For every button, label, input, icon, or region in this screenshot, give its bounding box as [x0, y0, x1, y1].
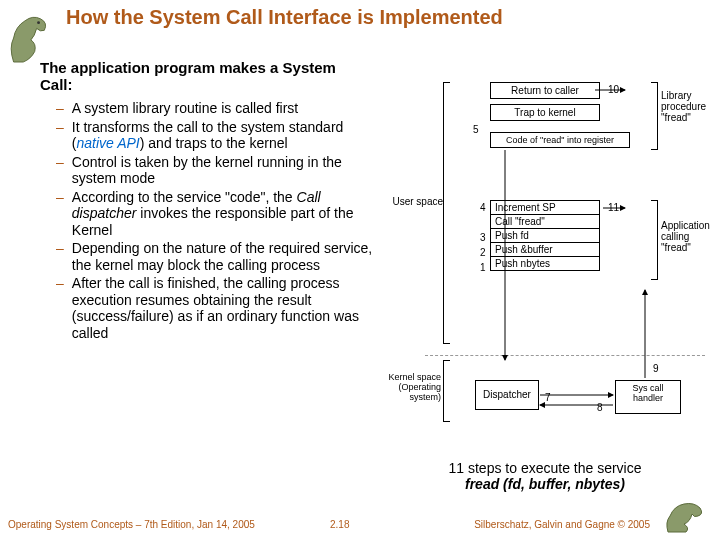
bullet-dash: –: [56, 100, 64, 117]
step-8: 8: [597, 402, 603, 413]
bullet-item: –A system library routine is called firs…: [56, 100, 386, 117]
step-11: 11: [608, 202, 619, 213]
bullet-text: Depending on the nature of the required …: [72, 240, 386, 273]
bullet-item: –Control is taken by the kernel running …: [56, 154, 386, 187]
bullet-text: It transforms the call to the system sta…: [72, 119, 386, 152]
box-code: Code of "read" into register: [490, 132, 630, 148]
bullet-item: –It transforms the call to the system st…: [56, 119, 386, 152]
label-lib: Library procedure "fread": [661, 90, 715, 123]
bullet-item: –Depending on the nature of the required…: [56, 240, 386, 273]
bullet-dash: –: [56, 240, 64, 273]
kernel-divider: [425, 355, 705, 356]
bullet-item: –After the call is finished, the calling…: [56, 275, 386, 341]
slide-title: How the System Call Interface is Impleme…: [66, 6, 503, 29]
stack-row: Call "fread": [490, 215, 600, 229]
step-10: 10: [608, 84, 619, 95]
bullet-dash: –: [56, 154, 64, 187]
stack-row: Increment SP: [490, 200, 600, 215]
box-return: Return to caller: [490, 82, 600, 99]
syscall-diagram: Return to caller Trap to kernel Code of …: [395, 60, 715, 450]
stack-num: 4: [480, 202, 486, 213]
footer-left: Operating System Concepts – 7th Edition,…: [8, 519, 255, 530]
footer-mid: 2.18: [330, 519, 349, 530]
bullet-dash: –: [56, 189, 64, 239]
stack-row: Push &buffer: [490, 243, 600, 257]
caption: 11 steps to execute the service fread (f…: [395, 460, 695, 492]
box-dispatcher: Dispatcher: [475, 380, 539, 410]
dinosaur-small-icon: [662, 496, 712, 534]
bracket-user: [443, 82, 450, 344]
stack-num: 2: [480, 247, 486, 258]
bullet-text: According to the service "code", the Cal…: [72, 189, 386, 239]
bullet-dash: –: [56, 275, 64, 341]
footer-right: Silberschatz, Galvin and Gagne © 2005: [474, 519, 650, 530]
step-5: 5: [473, 124, 479, 135]
label-app: Application calling "fread": [661, 220, 715, 253]
bullet-text: A system library routine is called first: [72, 100, 298, 117]
box-trap: Trap to kernel: [490, 104, 600, 121]
caption-line: 11 steps to execute the service: [395, 460, 695, 476]
stack-num: 3: [480, 232, 486, 243]
lead-text: The application program makes a System C…: [40, 60, 340, 93]
bracket-app: [651, 200, 658, 280]
label-user: User space: [391, 196, 443, 207]
bullet-dash: –: [56, 119, 64, 152]
step-9: 9: [653, 363, 659, 374]
bullet-item: –According to the service "code", the Ca…: [56, 189, 386, 239]
svg-point-0: [37, 21, 40, 24]
stack-row: Push fd: [490, 229, 600, 243]
bullet-list: –A system library routine is called firs…: [56, 100, 386, 343]
stack-row: Push nbytes: [490, 257, 600, 271]
bullet-text: After the call is finished, the calling …: [72, 275, 386, 341]
bracket-lib: [651, 82, 658, 150]
slide: How the System Call Interface is Impleme…: [0, 0, 720, 540]
stack: Increment SP Call "fread" Push fd Push &…: [490, 200, 600, 271]
caption-code: fread (fd, buffer, nbytes): [395, 476, 695, 492]
bullet-text: Control is taken by the kernel running i…: [72, 154, 386, 187]
bracket-kernel: [443, 360, 450, 422]
label-kernel: Kernel space (Operating system): [383, 372, 441, 402]
box-handler: Sys call handler: [615, 380, 681, 414]
stack-num: 1: [480, 262, 486, 273]
step-7: 7: [545, 392, 551, 403]
